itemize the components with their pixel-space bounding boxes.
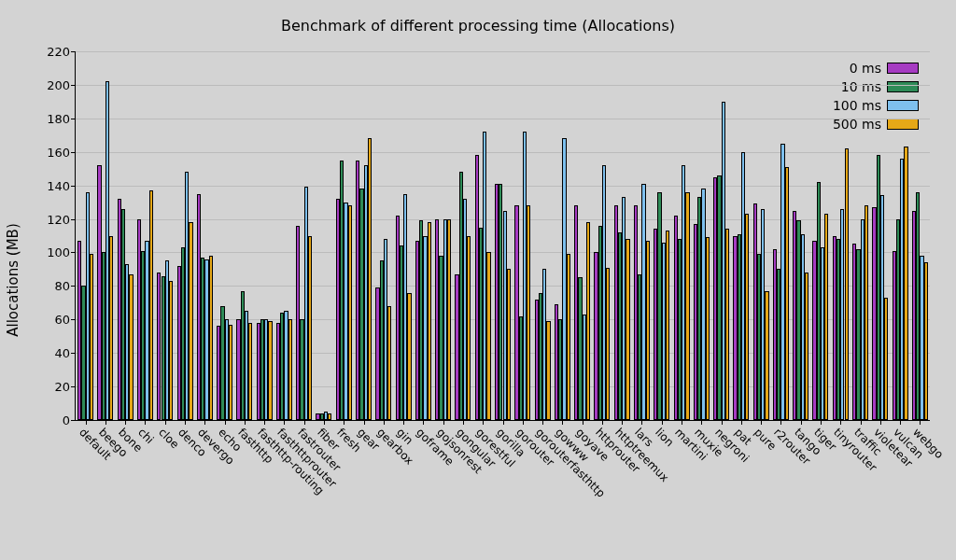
bar — [824, 214, 828, 420]
bar — [407, 293, 411, 420]
x-tick-label: cloe — [156, 426, 181, 451]
bar — [109, 236, 113, 421]
bar — [745, 214, 749, 420]
y-tick-label: 220 — [47, 45, 70, 59]
chart-title: Benchmark of different processing time (… — [0, 17, 956, 35]
bar — [527, 205, 530, 420]
x-tick — [662, 420, 663, 425]
bar — [486, 252, 490, 420]
bar — [765, 291, 768, 420]
legend-swatch — [887, 100, 919, 111]
x-tick — [722, 420, 723, 425]
y-axis-label: Allocations (MB) — [5, 223, 21, 336]
bar — [904, 147, 907, 420]
bar — [387, 306, 391, 420]
x-tick — [880, 420, 881, 425]
bar — [328, 413, 331, 420]
x-tick — [761, 420, 762, 425]
x-tick — [344, 420, 344, 425]
y-tick-label: 0 — [63, 413, 70, 427]
bar — [666, 231, 669, 420]
x-tick — [602, 420, 603, 425]
y-tick — [71, 286, 76, 287]
x-tick — [384, 420, 385, 425]
x-tick — [204, 420, 205, 425]
legend-label: 10 ms — [841, 79, 881, 94]
bar — [368, 138, 372, 420]
legend-swatch — [887, 119, 919, 130]
legend-item: 100 ms — [833, 96, 919, 115]
bar — [149, 190, 153, 420]
y-tick — [71, 186, 76, 187]
y-tick-label: 140 — [47, 178, 70, 192]
x-tick — [185, 420, 186, 425]
bar — [268, 321, 272, 420]
y-tick-label: 180 — [47, 111, 70, 125]
x-tick — [304, 420, 305, 425]
y-tick-label: 20 — [54, 380, 70, 394]
legend-item: 0 ms — [833, 59, 919, 77]
x-tick — [861, 420, 862, 425]
y-tick — [71, 353, 76, 354]
legend-label: 0 ms — [850, 61, 881, 76]
bar — [308, 236, 312, 421]
x-tick — [583, 420, 583, 425]
x-tick — [165, 420, 166, 425]
bar — [189, 222, 192, 420]
grid-line — [76, 186, 930, 187]
x-tick — [245, 420, 246, 425]
x-tick — [523, 420, 524, 425]
x-tick — [423, 420, 424, 425]
x-tick — [324, 420, 325, 425]
bar — [467, 236, 471, 421]
x-tick — [483, 420, 484, 425]
grid-line — [76, 51, 930, 52]
grid-line — [76, 152, 930, 153]
x-tick — [145, 420, 146, 425]
bar — [626, 239, 629, 420]
bar — [229, 325, 232, 420]
bar — [884, 298, 888, 420]
bar — [428, 222, 431, 420]
y-tick-label: 100 — [47, 245, 70, 259]
y-tick — [71, 51, 76, 52]
grid-line — [76, 85, 930, 86]
bar — [685, 192, 689, 420]
legend-swatch — [887, 81, 919, 92]
bar — [606, 268, 610, 420]
y-tick-label: 200 — [47, 77, 70, 91]
x-tick — [840, 420, 841, 425]
bar — [646, 241, 650, 420]
x-tick — [105, 420, 106, 425]
x-tick — [701, 420, 702, 425]
x-tick — [125, 420, 126, 425]
x-tick-label: lion — [653, 426, 676, 449]
y-tick-label: 40 — [54, 346, 70, 360]
bar — [805, 273, 808, 420]
y-tick — [71, 119, 76, 119]
x-tick — [801, 420, 802, 425]
bar — [546, 321, 550, 420]
bar — [586, 222, 590, 420]
bar — [924, 262, 928, 420]
y-tick — [71, 152, 76, 153]
bar — [447, 219, 451, 420]
bar — [209, 256, 213, 420]
x-tick — [225, 420, 226, 425]
bar — [865, 205, 868, 420]
legend-swatch — [887, 63, 919, 74]
bar — [169, 281, 173, 420]
y-tick — [71, 319, 76, 320]
bar — [567, 254, 570, 420]
grid-line — [76, 119, 930, 119]
bar — [785, 167, 789, 420]
bar — [725, 229, 729, 420]
x-tick — [780, 420, 781, 425]
bar — [706, 237, 710, 420]
bar — [845, 148, 849, 420]
x-tick — [821, 420, 822, 425]
x-tick — [403, 420, 404, 425]
y-tick — [71, 85, 76, 86]
x-tick — [741, 420, 742, 425]
y-tick-label: 120 — [47, 212, 70, 226]
